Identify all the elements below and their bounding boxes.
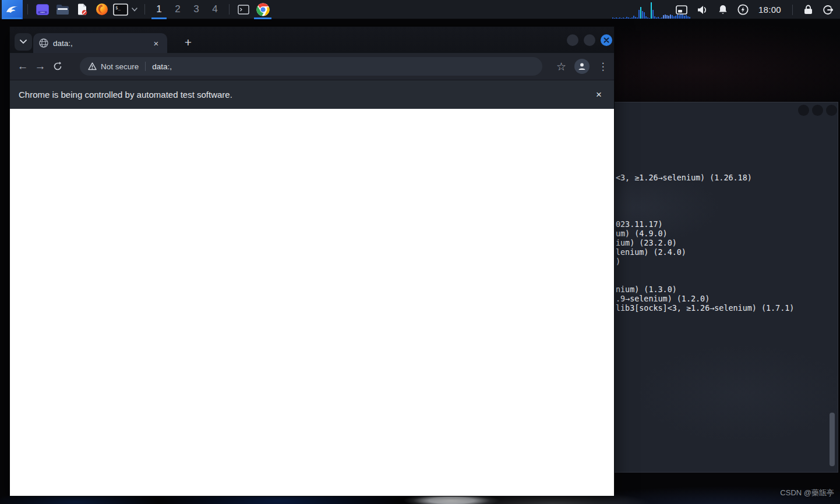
terminal-output-block: <3, ≥1.26→selenium) (1.26.18) [616,173,752,183]
firefox-icon [96,3,108,16]
graph-bar [621,18,622,19]
graph-bar [616,17,617,19]
terminal-line: ium) (23.2.0) [616,239,686,248]
graph-bar [666,15,668,19]
graph-bar [656,17,657,19]
security-chip[interactable]: Not secure [88,62,139,71]
graph-bar [614,18,615,19]
taskbar-window-terminal[interactable] [234,0,253,19]
terminal-output-block: nium) (1.3.0).9→selenium) (1.2.0)lib3[so… [616,285,794,313]
graph-bar [645,16,647,19]
folder-icon [56,4,69,15]
graph-bar [644,12,645,19]
url-text: data:, [152,62,172,71]
terminal-minimize-button[interactable] [798,105,809,116]
graph-bar [670,15,671,19]
terminal-line: nium) (1.3.0) [616,285,794,294]
chip-divider [145,62,146,71]
window-minimize-button[interactable] [567,34,578,46]
infobar-close-button[interactable]: × [591,87,606,102]
graph-bar [658,17,659,19]
launcher-terminal[interactable]: $_ [112,0,129,19]
terminal-line: 023.11.17) [616,220,686,229]
window-app-icon [36,4,49,15]
forward-button[interactable]: → [31,58,49,75]
globe-favicon-icon [39,38,48,48]
taskbar: $_ 1234 [0,0,840,19]
logout-icon[interactable] [823,5,833,15]
infobar-message: Chrome is being controlled by automated … [19,90,232,100]
taskbar-separator [229,4,230,15]
graph-bar [633,16,634,19]
graph-bar [635,17,636,19]
terminal-window[interactable]: <3, ≥1.26→selenium) (1.26.18) 023.11.17)… [614,102,838,473]
terminal-maximize-button[interactable] [812,105,823,116]
menu-kebab-icon[interactable]: ⋮ [598,61,608,73]
graph-bar [654,16,655,19]
launcher-file-manager[interactable] [52,0,72,19]
graph-bar [617,18,619,19]
screen-share-icon[interactable] [676,5,687,15]
terminal-icon: $_ [113,3,128,16]
tab-close-button[interactable]: × [151,38,161,48]
browser-toolbar: ← → Not secure data:, ☆ [10,53,614,80]
kali-menu-button[interactable] [2,0,23,19]
graph-bar [637,17,638,19]
address-bar[interactable]: Not secure data:, [80,57,542,76]
terminal-line: um) (4.9.0) [616,229,686,239]
workspace-2[interactable]: 2 [168,0,187,19]
terminal-scrollbar-thumb[interactable] [830,413,835,466]
tab-strip: data:, × + [10,27,614,53]
graph-bar [626,17,627,19]
tab-search-button[interactable] [15,33,32,51]
chrome-icon [256,3,270,16]
clock[interactable]: 18:00 [758,5,781,15]
page-content [10,109,614,496]
lock-screen-icon[interactable] [804,5,813,15]
window-close-button[interactable] [601,34,612,46]
volume-icon[interactable] [697,5,708,15]
notifications-bell-icon[interactable] [718,5,728,15]
graph-bar [631,17,633,19]
launcher-firefox[interactable] [92,0,112,19]
terminal-line: lib3[socks]<3, ≥1.26→selenium) (1.7.1) [616,304,794,313]
launcher-text-editor[interactable] [72,0,92,19]
taskbar-window-chrome[interactable] [253,0,273,19]
graph-bar [649,18,650,19]
svg-text:$_: $_ [115,5,121,10]
kali-dragon-icon [5,3,19,15]
terminal-dropdown-button[interactable] [129,0,140,19]
back-button[interactable]: ← [14,58,31,75]
workspace-3[interactable]: 3 [187,0,206,19]
bookmark-star-icon[interactable]: ☆ [556,60,566,73]
taskbar-separator [144,4,145,15]
graph-bar [668,16,669,19]
terminal-line: ) [616,257,686,267]
reload-button[interactable] [49,58,66,75]
terminal-line: <3, ≥1.26→selenium) (1.26.18) [616,173,752,183]
graph-bar [642,11,643,19]
terminal-line: .9→selenium) (1.2.0) [616,294,794,304]
new-tab-button[interactable]: + [179,34,197,51]
workspace-switcher: 1234 [150,0,224,19]
graph-bar [640,7,641,19]
launcher-files-app[interactable] [33,0,52,19]
workspace-1[interactable]: 1 [150,0,168,19]
profile-avatar[interactable] [574,59,590,74]
terminal-window-icon [238,5,249,15]
graph-bar [619,17,620,19]
terminal-close-button[interactable] [826,105,837,116]
window-maximize-button[interactable] [584,34,595,46]
graph-bar [659,18,661,19]
graph-bar [651,2,652,19]
graph-bar [628,17,629,19]
tab-data-url[interactable]: data:, × [33,33,167,53]
graph-bar [672,15,673,19]
power-manager-icon[interactable] [737,4,749,15]
taskbar-separator [27,4,28,15]
chevron-down-icon [20,40,27,44]
workspace-4[interactable]: 4 [206,0,224,19]
graph-bar [623,17,624,19]
security-label: Not secure [101,62,139,71]
graph-bar [624,18,626,19]
